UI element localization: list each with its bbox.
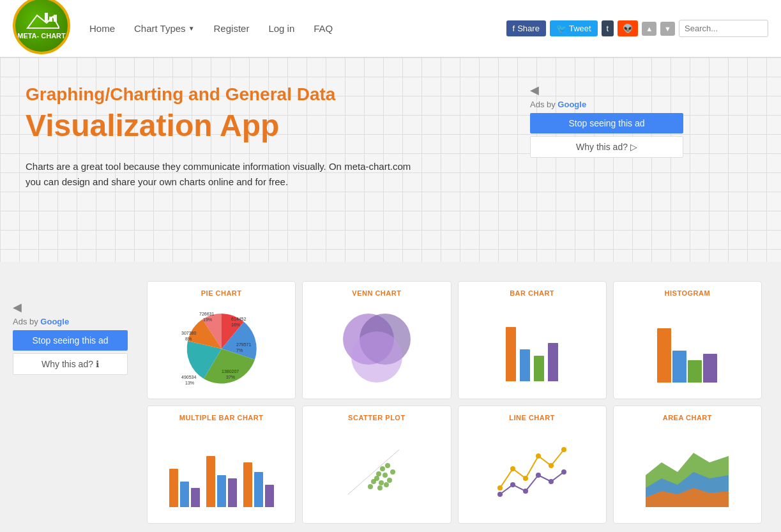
nav-register[interactable]: Register <box>214 23 250 34</box>
svg-text:490534: 490534 <box>181 375 196 379</box>
left-ad-panel: ◀ Ads by Google Stop seeing this ad Why … <box>0 275 140 530</box>
bar-chart-card[interactable]: BAR CHART <box>458 281 607 399</box>
svg-text:37%: 37% <box>226 375 235 379</box>
stop-ad-button-top[interactable]: Stop seeing this ad <box>530 113 683 133</box>
venn-chart-label: VENN CHART <box>352 289 401 297</box>
svg-rect-1 <box>45 13 48 22</box>
multiple-bar-visual <box>155 428 287 515</box>
logo-text: META- CHART <box>17 32 66 40</box>
main-nav: Home Chart Types ▼ Register Log in FAQ <box>89 23 506 34</box>
svg-rect-3 <box>54 15 57 22</box>
hero-title-large: Visualization App <box>26 109 279 142</box>
hist-bar-2 <box>672 351 686 383</box>
left-ads-by-google: Ads by Google <box>13 317 128 326</box>
svg-text:726631: 726631 <box>199 312 214 316</box>
pie-chart-visual: 614452 16% 279571 7% 1380207 37% 490534 … <box>155 303 287 391</box>
why-ad-button-left[interactable]: Why this ad? ℹ <box>13 353 128 375</box>
bar-3 <box>534 356 544 381</box>
left-ad-back-arrow[interactable]: ◀ <box>13 300 128 314</box>
hero-ad-panel: ◀ Ads by Google Stop seeing this ad Why … <box>530 83 683 230</box>
nav-login[interactable]: Log in <box>268 23 294 34</box>
svg-text:279571: 279571 <box>236 342 251 347</box>
social-buttons: f Share 🐦 Tweet t 👽 ▲ ▼ <box>506 20 768 37</box>
nav-chart-types[interactable]: Chart Types ▼ <box>134 23 195 34</box>
ads-by-google-label: Ads by Google <box>530 100 683 109</box>
hist-bar-3 <box>688 360 702 383</box>
twitter-tweet-button[interactable]: 🐦 Tweet <box>550 20 598 36</box>
svg-text:307380: 307380 <box>181 331 196 335</box>
svg-text:1380207: 1380207 <box>222 369 239 374</box>
bar-1 <box>506 327 516 381</box>
nav-faq[interactable]: FAQ <box>314 23 333 34</box>
area-chart-card[interactable]: AREA CHART <box>613 406 762 524</box>
histogram-card[interactable]: HISTOGRAM <box>613 281 762 399</box>
svg-point-34 <box>523 476 528 481</box>
reddit-button[interactable]: 👽 <box>618 20 638 36</box>
svg-point-38 <box>497 492 503 497</box>
hero-description: Charts are a great tool because they com… <box>26 159 421 190</box>
svg-text:16%: 16% <box>231 323 240 327</box>
hero-title-part1: Graphing/Charting and General Data <box>26 84 335 104</box>
hero-section: Graphing/Charting and General Data Visua… <box>0 57 781 262</box>
line-chart-card[interactable]: LINE CHART <box>458 406 607 524</box>
bar-2 <box>520 349 530 381</box>
multiple-bar-chart-card[interactable]: MULTIPLE BAR CHART <box>147 406 296 524</box>
svg-point-23 <box>383 473 388 478</box>
svg-point-22 <box>371 479 376 484</box>
svg-point-25 <box>384 482 389 487</box>
hist-bar-1 <box>657 328 671 383</box>
nav-down-button[interactable]: ▼ <box>660 22 675 36</box>
multiple-bar-label: MULTIPLE BAR CHART <box>179 414 264 422</box>
facebook-share-button[interactable]: f Share <box>506 20 546 36</box>
chart-grid: PIE CHART <box>140 275 768 530</box>
histogram-label: HISTOGRAM <box>665 289 711 297</box>
svg-point-33 <box>510 466 515 471</box>
twitter-icon: 🐦 <box>556 24 566 33</box>
venn-chart-card[interactable]: VENN CHART <box>302 281 451 399</box>
bar-chart-label: BAR CHART <box>510 289 554 297</box>
nav-home[interactable]: Home <box>89 23 115 34</box>
scatter-plot-card[interactable]: SCATTER PLOT <box>302 406 451 524</box>
venn-chart-visual <box>310 303 443 391</box>
why-ad-icon: ▷ <box>630 142 637 152</box>
multi-group-1 <box>169 469 200 507</box>
ad-back-arrow-icon[interactable]: ◀ <box>530 83 683 97</box>
multi-bar-bars <box>169 437 274 507</box>
svg-point-31 <box>385 463 390 468</box>
svg-rect-2 <box>49 17 52 22</box>
bar-4 <box>548 343 558 381</box>
main-content: ◀ Ads by Google Stop seeing this ad Why … <box>0 262 781 532</box>
tumblr-button[interactable]: t <box>602 20 614 36</box>
stop-ad-button-left[interactable]: Stop seeing this ad <box>13 330 128 351</box>
svg-text:8%: 8% <box>185 337 192 341</box>
svg-point-27 <box>387 478 392 483</box>
svg-point-32 <box>497 485 503 490</box>
svg-text:19%: 19% <box>203 317 212 322</box>
hist-bar-4 <box>703 354 717 383</box>
why-ad-button-top[interactable]: Why this ad? ▷ <box>530 136 683 158</box>
svg-point-26 <box>380 466 385 471</box>
svg-text:13%: 13% <box>185 381 194 385</box>
pie-chart-card[interactable]: PIE CHART <box>147 281 296 399</box>
svg-point-29 <box>377 485 383 490</box>
svg-text:7%: 7% <box>236 348 243 353</box>
svg-point-36 <box>549 463 554 468</box>
multi-group-2 <box>206 456 237 507</box>
bar-chart-visual <box>466 303 598 391</box>
hero-content: Graphing/Charting and General Data Visua… <box>26 83 504 230</box>
svg-point-41 <box>536 473 541 478</box>
dropdown-arrow-icon: ▼ <box>188 25 195 32</box>
site-logo[interactable]: META- CHART <box>13 0 77 61</box>
svg-point-35 <box>536 453 541 459</box>
line-chart-visual <box>466 428 598 515</box>
svg-text:614452: 614452 <box>231 317 246 321</box>
scatter-label: SCATTER PLOT <box>348 414 406 422</box>
nav-up-button[interactable]: ▲ <box>642 22 656 36</box>
area-chart-visual <box>621 428 754 515</box>
svg-point-21 <box>379 480 384 485</box>
line-chart-label: LINE CHART <box>509 414 555 422</box>
search-input[interactable] <box>679 20 768 37</box>
histogram-visual <box>621 303 754 391</box>
svg-point-24 <box>376 471 381 476</box>
svg-point-30 <box>368 484 373 489</box>
